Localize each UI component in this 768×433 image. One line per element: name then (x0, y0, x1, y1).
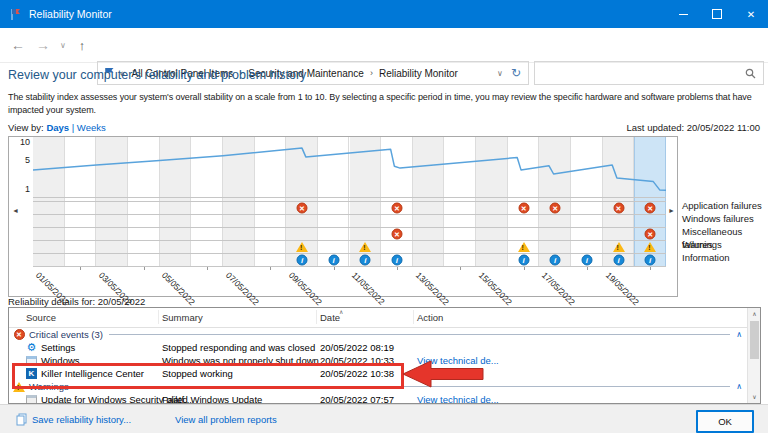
group-label: Warnings (29, 380, 69, 393)
info-glyph (391, 254, 402, 265)
scrollbar-thumb[interactable] (750, 321, 759, 359)
close-button[interactable]: ✕ (734, 0, 768, 28)
source-text: Killer Intelligence Center (41, 367, 144, 380)
chart-row-label: Information (682, 251, 768, 264)
cell-action-link[interactable]: View technical de... (417, 354, 499, 367)
cell-summary: Windows was not properly shut down (162, 354, 319, 367)
chart-row-label: Warnings (682, 238, 768, 251)
reliability-details-table: Source Summary Date Action ∧ Critical ev… (8, 307, 761, 404)
chart-row-label: Miscellaneous failures (682, 225, 768, 238)
column-header-action[interactable]: Action (417, 312, 443, 323)
info-icon (328, 254, 339, 265)
info-glyph (297, 254, 308, 265)
table-row[interactable]: KKiller Intelligence CenterStopped worki… (9, 367, 760, 380)
table-group-row[interactable]: Warnings∧ (9, 380, 760, 393)
save-history-icon (16, 413, 27, 426)
x-axis-tick (524, 267, 525, 270)
table-row[interactable]: Update for Windows Security platf...Fail… (9, 393, 760, 404)
info-glyph (518, 254, 529, 265)
sort-ascending-icon[interactable]: ∧ (339, 308, 343, 315)
update-icon (26, 395, 37, 405)
info-glyph (328, 254, 339, 265)
chart-row-label: Application failures (682, 199, 768, 212)
x-axis-tick (397, 267, 398, 270)
up-button[interactable]: ↑ (71, 33, 93, 57)
windows-icon (26, 356, 37, 366)
info-icon (613, 254, 624, 265)
settings-icon (26, 342, 37, 353)
table-row[interactable]: WindowsWindows was not properly shut dow… (9, 354, 760, 367)
column-header-date[interactable]: Date (320, 312, 340, 323)
breadcrumb-item-reliability-monitor[interactable]: Reliability Monitor (379, 68, 458, 79)
warning-glyph (296, 242, 308, 252)
warning-glyph (518, 242, 530, 252)
view-by-label: View by: (8, 122, 44, 133)
minimize-icon (679, 14, 688, 15)
cell-summary: Stopped responding and was closed (162, 341, 315, 354)
info-icon (360, 254, 371, 265)
ok-button[interactable]: OK (696, 410, 754, 433)
cell-date: 20/05/2022 07:57 (320, 393, 394, 404)
table-group-row[interactable]: Critical events (3)∧ (9, 328, 760, 341)
save-history-link[interactable]: Save reliability history... (16, 413, 131, 426)
security-flag-icon (9, 8, 22, 21)
maximize-button[interactable] (700, 0, 734, 28)
chart-scroll-right-icon[interactable]: ► (668, 207, 675, 214)
search-icon[interactable] (745, 68, 756, 79)
search-box (534, 61, 764, 85)
warning-icon (359, 242, 371, 252)
x-axis-tick (334, 267, 335, 270)
cell-action-link[interactable]: View technical de... (417, 393, 499, 404)
group-rule (109, 334, 730, 335)
forward-button[interactable]: → (31, 33, 55, 57)
window-controls: ✕ (666, 0, 768, 28)
address-dropdown-icon[interactable]: ∨ (497, 69, 503, 78)
error-glyph (391, 202, 402, 213)
error-icon (645, 228, 656, 239)
refresh-icon[interactable]: ↻ (511, 66, 521, 80)
cell-source: KKiller Intelligence Center (26, 367, 144, 380)
error-glyph (550, 202, 561, 213)
info-glyph (645, 254, 656, 265)
table-header: Source Summary Date Action ∧ (9, 308, 760, 328)
info-icon (518, 254, 529, 265)
breadcrumb-separator-icon: › (370, 68, 373, 78)
info-glyph (550, 254, 561, 265)
table-row[interactable]: SettingsStopped responding and was close… (9, 341, 760, 354)
error-glyph (518, 202, 529, 213)
info-icon (645, 254, 656, 265)
warning-icon (613, 242, 625, 252)
group-collapse-icon[interactable]: ∧ (736, 328, 742, 341)
x-axis-tick (587, 267, 588, 270)
error-icon (550, 202, 561, 213)
view-by-weeks-link[interactable]: Weeks (77, 122, 106, 133)
minimize-button[interactable] (666, 0, 700, 28)
scrollbar-down-icon[interactable]: ∨ (748, 391, 761, 403)
reliability-monitor-window: Reliability Monitor ✕ ← → ∨ ↑ « All Cont… (0, 0, 768, 433)
error-icon (613, 202, 624, 213)
column-header-source[interactable]: Source (26, 312, 56, 323)
view-all-problem-reports-link[interactable]: View all problem reports (175, 414, 277, 425)
maximize-icon (712, 9, 722, 19)
cell-date: 20/05/2022 10:33 (320, 354, 394, 367)
error-glyph (645, 228, 656, 239)
chart-scroll-left-icon[interactable]: ◄ (12, 207, 19, 214)
warning-glyph (644, 242, 656, 252)
error-icon (391, 202, 402, 213)
view-by-days-link[interactable]: Days (46, 122, 69, 133)
table-scrollbar[interactable]: ∧ ∨ (747, 308, 760, 403)
details-title: Reliability details for: 20/05/2022 (8, 296, 145, 307)
navigation-bar: ← → ∨ ↑ « All Control Panel Items › Secu… (0, 28, 768, 63)
error-glyph (613, 202, 624, 213)
back-button[interactable]: ← (6, 33, 30, 57)
error-glyph (391, 228, 402, 239)
search-input[interactable] (535, 64, 745, 82)
group-collapse-icon[interactable]: ∧ (736, 380, 742, 393)
column-header-summary[interactable]: Summary (162, 312, 203, 323)
cell-date: 20/05/2022 08:19 (320, 341, 394, 354)
cell-source: Settings (26, 341, 75, 354)
scrollbar-up-icon[interactable]: ∧ (748, 308, 761, 320)
recent-pages-chevron-icon[interactable]: ∨ (56, 33, 70, 57)
source-text: Windows (41, 354, 80, 367)
warning-icon (644, 242, 656, 252)
